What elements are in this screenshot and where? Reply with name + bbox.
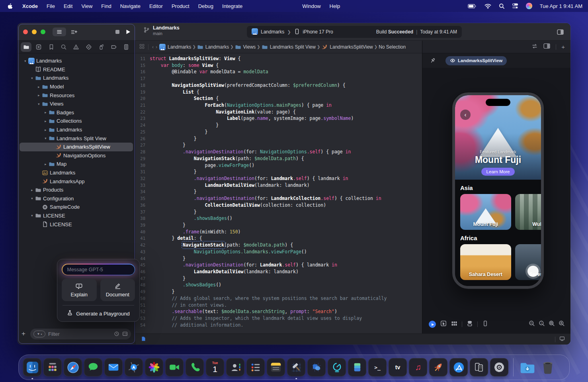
assistant-input[interactable] <box>63 264 135 275</box>
dock-xcode-icon[interactable] <box>287 358 305 376</box>
dock-layers-icon[interactable] <box>348 358 366 376</box>
tree-item-badges[interactable]: ▸Badges <box>20 108 133 117</box>
code-line[interactable]: 19 List { <box>135 89 422 96</box>
tree-item-samplecode[interactable]: SampleCode <box>20 203 133 212</box>
dock-messages-icon[interactable] <box>84 358 102 376</box>
code-line[interactable]: 46 LandmarkDetailView(landmark: landmark… <box>135 268 422 275</box>
disclosure-closed-icon[interactable]: ▸ <box>36 85 41 89</box>
code-line[interactable]: 11struct LandmarksSplitView: View { <box>135 55 422 62</box>
navigator-tab-reports[interactable] <box>121 42 132 52</box>
tree-item-views[interactable]: ▾Views <box>20 100 133 108</box>
dock-safari-icon[interactable] <box>64 358 82 376</box>
code-line[interactable]: 49 } <box>135 288 422 295</box>
menu-item-window[interactable]: Window <box>298 3 325 9</box>
menu-item-navigate[interactable]: Navigate <box>116 3 145 9</box>
navigator-tab-bookmarks[interactable] <box>46 42 57 52</box>
breadcrumb-segment[interactable]: No Selection <box>379 44 406 50</box>
code-line[interactable]: 15 var body: some View { <box>135 62 422 69</box>
code-line[interactable]: 38 .showsBadges() <box>135 215 422 222</box>
build-status[interactable]: Build Succeeded | Today at 9:41 AM <box>376 29 457 35</box>
code-line[interactable]: 22 NavigationLink(value: page) { <box>135 109 422 116</box>
scheme-bar[interactable]: Landmarks ❯ iPhone 17 Pro Build Succeede… <box>247 26 462 38</box>
dock-phone-icon[interactable] <box>186 358 204 376</box>
dock-trash-icon[interactable] <box>539 358 557 376</box>
tree-item-landmarksapp[interactable]: LandmarksApp <box>20 177 133 186</box>
dock-music-icon[interactable]: ♫ <box>409 358 427 376</box>
dock-devices-icon[interactable] <box>470 358 488 376</box>
siri-icon[interactable] <box>526 3 532 10</box>
code-line[interactable]: 45 .navigationDestination(for: Landmark.… <box>135 262 422 268</box>
toggle-navigator-icon[interactable] <box>53 27 66 36</box>
document-status-icon[interactable] <box>141 336 146 343</box>
dock-settings-icon[interactable] <box>490 358 508 376</box>
breadcrumb-segment[interactable]: Views <box>235 44 256 50</box>
code-line[interactable]: 29 NavigationStack(path: $modelData.path… <box>135 155 422 162</box>
code-line[interactable]: 47 } <box>135 275 422 282</box>
code-line[interactable]: 50 // Adds global search, where the syst… <box>135 295 422 302</box>
breadcrumb-segment[interactable]: Landmarks <box>159 44 191 50</box>
run-button[interactable] <box>123 27 132 36</box>
dock-contacts-icon[interactable] <box>226 358 244 376</box>
add-file-button[interactable]: + <box>21 330 27 338</box>
dock-downloads-icon[interactable] <box>518 358 537 376</box>
tree-item-license[interactable]: LICENSE <box>20 220 133 229</box>
menu-item-help[interactable]: Help <box>325 3 345 9</box>
zoom-100-icon[interactable]: 1 <box>539 320 545 328</box>
tree-item-map[interactable]: ▸Map <box>20 160 133 168</box>
back-icon[interactable]: ‹ <box>152 44 154 50</box>
variants-mode-icon[interactable] <box>451 320 457 328</box>
device-settings-icon[interactable] <box>482 320 488 328</box>
code-line[interactable]: 48 .showsBadges() <box>135 282 422 288</box>
code-line[interactable]: 37 } <box>135 209 422 215</box>
menu-item-view[interactable]: View <box>77 3 97 9</box>
editor-layout-icon[interactable] <box>555 27 565 36</box>
code-line[interactable]: 17 <box>135 75 422 82</box>
filter-field[interactable]: ▼▾ Filter <box>30 329 131 339</box>
code-line[interactable]: 32 .navigationDestination(for: Landmark.… <box>135 175 422 182</box>
landmark-card-mount-fuji[interactable]: Mount Fuji <box>460 194 511 230</box>
menu-item-product[interactable]: Product <box>167 3 194 9</box>
related-items-icon[interactable] <box>139 44 145 50</box>
navigator-tab-tests[interactable] <box>83 42 94 52</box>
disclosure-open-icon[interactable]: ▾ <box>36 102 41 106</box>
search-icon[interactable] <box>499 3 504 10</box>
tree-item-landmarks[interactable]: Landmarks <box>20 168 133 177</box>
menu-item-editor[interactable]: Editor <box>145 3 167 9</box>
menu-clock[interactable]: Tue Apr 1 9:41 AM <box>540 3 582 9</box>
dock-photos-icon[interactable] <box>145 358 163 376</box>
disclosure-closed-icon[interactable]: ▸ <box>43 162 48 166</box>
live-preview-button[interactable]: ▶ <box>429 321 436 328</box>
add-preview-icon[interactable]: + <box>561 43 565 50</box>
tree-item-navigationoptions[interactable]: NavigationOptions <box>20 151 133 160</box>
landmark-card-wuling[interactable]: Wuling <box>515 194 541 230</box>
wifi-icon[interactable] <box>484 3 491 10</box>
apple-menu-icon[interactable] <box>7 3 13 9</box>
display-icon[interactable] <box>559 336 565 343</box>
tree-item-resources[interactable]: ▸Resources <box>20 91 133 100</box>
dock-reminders-icon[interactable] <box>246 358 265 376</box>
code-line[interactable]: 31 } <box>135 168 422 175</box>
navigator-tab-project[interactable] <box>21 42 31 52</box>
code-line[interactable]: 36 CollectionDetailView(collection: coll… <box>135 202 422 209</box>
canvas-layout-icon[interactable] <box>543 43 551 51</box>
zoom-in-icon[interactable] <box>559 320 565 328</box>
code-line[interactable]: 52 .searchable(text: $modelData.searchSt… <box>135 308 422 315</box>
menu-item-file[interactable]: File <box>42 3 59 9</box>
code-line[interactable]: 40 .frame(minWidth: 150) <box>135 229 422 235</box>
zoom-fit-icon[interactable] <box>549 320 555 328</box>
editor-assistant-icon[interactable] <box>69 27 80 36</box>
selectable-mode-icon[interactable] <box>440 320 447 328</box>
tree-item-landmarks[interactable]: ▾Landmarks <box>20 74 133 82</box>
disclosure-closed-icon[interactable]: ▸ <box>36 93 41 97</box>
tree-item-collections[interactable]: ▸Collections <box>20 117 133 125</box>
dock-finder-icon[interactable] <box>23 358 41 376</box>
tree-item-landmarks[interactable]: ▸Landmarks <box>20 125 133 134</box>
zoom-out-icon[interactable] <box>529 320 535 328</box>
tree-item-model[interactable]: ▸Model <box>20 82 133 91</box>
tree-item-readme[interactable]: README <box>20 65 133 74</box>
dock-launchpad-icon[interactable] <box>43 358 62 376</box>
code-line[interactable]: 33 LandmarkDetailView(landmark: landmark… <box>135 182 422 189</box>
code-line[interactable]: 16 @Bindable var modelData = modelData <box>135 69 422 75</box>
tree-item-landmarks-split-view[interactable]: ▾Landmarks Split View <box>20 134 133 143</box>
dock-app-store-icon[interactable] <box>449 358 468 376</box>
